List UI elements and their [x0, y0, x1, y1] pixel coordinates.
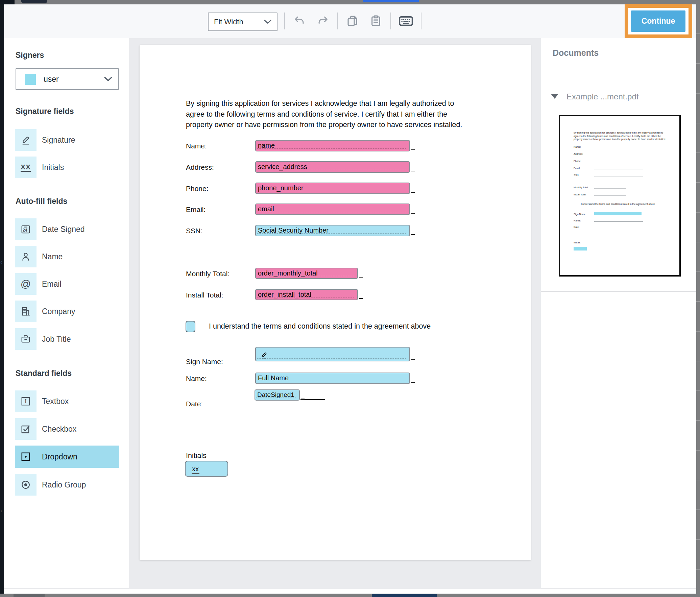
browser-chrome-top: [0, 0, 700, 4]
chevron-left-icon: ‹: [0, 259, 2, 266]
signer-color-swatch: [25, 74, 36, 85]
browser-chrome-bottom: [0, 594, 700, 597]
svg-text:I: I: [25, 398, 26, 404]
field-label-name: Name:: [186, 142, 207, 150]
sidebar-item-label: Job Title: [42, 335, 71, 344]
sidebar-item-date-signed[interactable]: 24 Date Signed: [15, 218, 119, 240]
address-field[interactable]: service_address: [255, 161, 410, 173]
paste-icon: [370, 15, 382, 27]
svg-text:24: 24: [23, 228, 27, 233]
name-field[interactable]: name: [255, 140, 410, 151]
document-file-name[interactable]: Example ...ment.pdf: [566, 92, 638, 101]
signer-select[interactable]: user: [16, 68, 119, 90]
field-label-phone: Phone:: [186, 185, 209, 193]
phone-field[interactable]: phone_number: [255, 183, 410, 194]
ssn-field[interactable]: Social Security Number: [255, 225, 410, 236]
toolbar-divider: [390, 13, 391, 29]
sidebar-item-radio-group[interactable]: Radio Group: [15, 474, 119, 496]
sidebar-item-label: Radio Group: [42, 480, 86, 489]
redo-icon: [317, 16, 329, 26]
initials-field[interactable]: xx: [185, 461, 228, 477]
field-label-fullname: Name:: [186, 375, 207, 383]
sidebar-item-label: Email: [42, 280, 62, 289]
autofill-fields-heading: Auto-fill fields: [16, 197, 67, 206]
chevron-down-icon: [104, 77, 112, 81]
field-label-date: Date:: [186, 400, 203, 408]
sidebar-item-company[interactable]: Company: [15, 301, 119, 322]
redo-button[interactable]: [316, 14, 330, 28]
radio-icon: [15, 474, 37, 496]
browser-chrome-corner: [0, 0, 15, 4]
browser-chrome-bottom-accent: [372, 594, 437, 597]
sidebar-item-signature[interactable]: Signature: [15, 129, 119, 151]
browser-chrome-left-strip: ‹ ‹: [0, 4, 4, 597]
checkbox-icon: [15, 418, 37, 440]
sidebar-item-email[interactable]: @ Email: [15, 273, 119, 295]
paste-button[interactable]: [369, 14, 383, 28]
zoom-level-select[interactable]: Fit Width: [208, 13, 277, 31]
building-icon: [15, 301, 37, 322]
briefcase-icon: [15, 328, 37, 350]
thumbnail-initials-bar: [574, 247, 587, 250]
install-total-field[interactable]: order_install_total: [255, 289, 358, 300]
initials-xx-icon: XX: [15, 157, 37, 178]
field-label-sign-name: Sign Name:: [186, 358, 223, 366]
toolbar-divider: [284, 13, 285, 29]
app-bottom-strip: [4, 588, 696, 594]
textbox-icon: I: [15, 390, 37, 412]
copy-button[interactable]: [345, 14, 360, 28]
date-underscore-line: [300, 395, 325, 400]
calendar-icon: 24: [15, 218, 37, 240]
fullname-field[interactable]: Full Name: [255, 373, 410, 384]
sign-name-field[interactable]: [255, 347, 410, 361]
divider: [541, 74, 696, 74]
collapse-triangle-icon[interactable]: [551, 94, 558, 99]
sidebar-item-label: Checkbox: [42, 425, 76, 434]
toolbar-divider: [421, 13, 421, 29]
sidebar-item-label: Name: [42, 252, 63, 261]
at-sign-icon: @: [15, 273, 37, 295]
signers-heading: Signers: [16, 51, 44, 60]
field-label-address: Address:: [186, 163, 214, 171]
document-page: By signing this application for services…: [140, 45, 531, 560]
standard-fields-heading: Standard fields: [16, 369, 72, 378]
email-field[interactable]: email: [255, 204, 410, 215]
documents-heading: Documents: [553, 48, 599, 58]
terms-text: I understand the terms and conditions st…: [209, 322, 431, 331]
sidebar-item-label: Date Signed: [42, 225, 85, 234]
chevron-left-icon: ‹: [0, 507, 2, 514]
keyboard-shortcuts-button[interactable]: [399, 14, 413, 28]
signature-fields-heading: Signature fields: [16, 107, 74, 116]
screen: ‹ ‹ Fit Width: [0, 0, 700, 597]
sidebar-item-name[interactable]: Name: [15, 246, 119, 267]
browser-chrome-bottom-segment: [14, 594, 45, 597]
window-scrollbar[interactable]: [696, 4, 700, 594]
browser-tab: [21, 0, 47, 3]
sidebar-item-label: Dropdown: [42, 452, 77, 461]
document-thumbnail[interactable]: By signing this application for services…: [559, 115, 681, 277]
sidebar-item-checkbox[interactable]: Checkbox: [15, 418, 119, 440]
signature-pencil-icon: [15, 129, 37, 151]
terms-checkbox[interactable]: [186, 321, 195, 332]
field-label-install-total: Install Total:: [186, 291, 223, 299]
person-icon: [15, 246, 37, 267]
sidebar-item-label: Initials: [42, 163, 64, 172]
date-signed-field[interactable]: DateSigned1: [255, 389, 300, 401]
undo-icon: [294, 16, 305, 26]
field-label-email: Email:: [186, 206, 206, 214]
dropdown-icon: [15, 446, 37, 468]
sidebar-item-job-title[interactable]: Job Title: [15, 328, 119, 350]
undo-button[interactable]: [292, 14, 307, 28]
sidebar-item-dropdown[interactable]: Dropdown: [15, 446, 119, 468]
monthly-total-field[interactable]: order_monthly_total: [255, 268, 358, 279]
toolbar-divider: [337, 13, 338, 29]
divider: [541, 291, 696, 292]
sidebar-item-label: Textbox: [42, 397, 69, 406]
thumbnail-paragraph: By signing this application for services…: [574, 131, 666, 141]
sidebar-item-initials[interactable]: XX Initials: [15, 157, 119, 178]
sidebar-item-label: Signature: [42, 136, 75, 145]
signer-name: user: [44, 75, 104, 84]
sidebar-item-textbox[interactable]: I Textbox: [15, 390, 119, 412]
continue-button[interactable]: Continue: [631, 10, 685, 32]
continue-label: Continue: [642, 17, 675, 26]
